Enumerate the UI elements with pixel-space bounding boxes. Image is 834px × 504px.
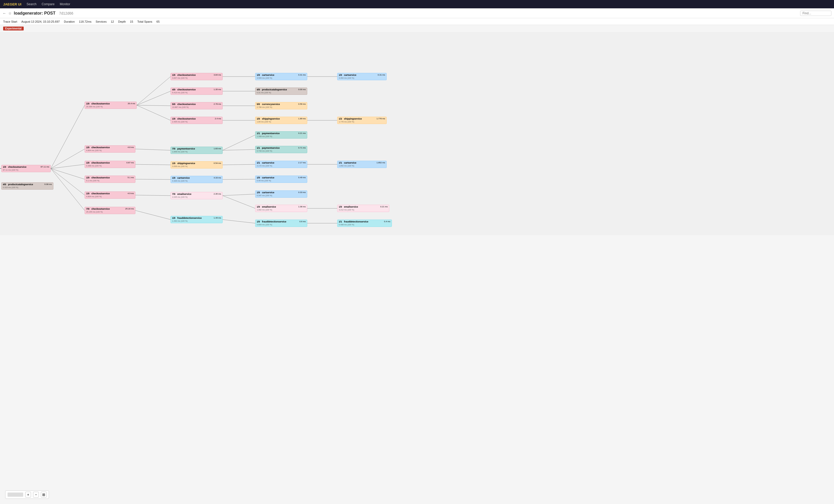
span-node[interactable]: 1/0 frauddetectionservice 1.49 ms orders… xyxy=(171,216,223,223)
span-time: 0.33 ms xyxy=(299,191,306,194)
span-node[interactable]: 1/0 checkoutservice 2.4 ms oteldemo.Ship… xyxy=(171,117,223,124)
span-node[interactable]: 1/1 frauddetectionservice 0.4 ms flagEva… xyxy=(337,220,392,227)
span-time: 25.16 ms xyxy=(125,207,134,211)
span-time: 2.35 ms xyxy=(214,193,221,196)
span-service-name: 1/0 emailservice xyxy=(339,205,358,209)
span-time: 2.4 ms xyxy=(215,117,221,120)
span-time: 0.56 ms xyxy=(299,103,306,106)
span-node[interactable]: 5/0 currencyservice 0.56 ms CurrencyServ… xyxy=(255,102,307,109)
span-node[interactable]: 1/0 emailservice 0.21 ms oteldemo.render… xyxy=(337,205,389,212)
span-node[interactable]: 1/1 cartservice 1.852 ms POST 1.852 ms (… xyxy=(337,161,387,168)
span-node[interactable]: 1/0 shippingservice 1.89 ms oteldemo.Shi… xyxy=(255,117,307,124)
svg-line-1 xyxy=(51,105,85,169)
depth-label: Depth xyxy=(118,20,126,23)
span-time: 3.84 ms xyxy=(214,74,221,77)
span-node[interactable]: 1/1 paymentservice 0.21 ms grpcdemo.Paym… xyxy=(255,131,307,138)
svg-line-11 xyxy=(135,149,171,150)
span-time: 87.11 ms xyxy=(41,166,49,169)
span-node[interactable]: 1/0 checkoutservice 0.67 ms oteldemo.Shi… xyxy=(85,161,135,168)
svg-line-2 xyxy=(51,149,85,169)
span-node[interactable]: 1/0 shippingservice 0.54 ms oteldemo.Shi… xyxy=(171,161,223,169)
span-pct: 1.062 ms (100 %) xyxy=(257,209,306,211)
span-node[interactable]: 1/0 cartservice 4.33 ms POST /oteldemo.C… xyxy=(171,176,223,183)
span-node[interactable]: 1/0 checkoutservice 4.8 ms oteldemo.Chec… xyxy=(85,145,135,153)
span-pct: 1.89 ms (100 %) xyxy=(257,120,306,123)
span-time: 0.08 ms xyxy=(45,183,52,186)
svg-line-23 xyxy=(223,179,255,179)
span-pct: 87.11 ms (100 %) xyxy=(3,169,49,171)
span-node[interactable]: 1/0 checkoutservice 4.9 ms HTTP POST 4.8… xyxy=(85,192,135,199)
span-pct: 3.509 ms (100 %) xyxy=(257,77,306,80)
span-service-name: 4/0 checkoutservice xyxy=(172,88,196,91)
span-node[interactable]: 1/2 shippingservice 1.776 ms POST 1.776 … xyxy=(337,117,387,124)
span-time: 0.71 ms xyxy=(299,147,306,150)
span-service-name: 1/0 checkoutservice xyxy=(86,176,110,179)
span-node[interactable]: 1/0 cartservice 0.31 ms POST /oteldemo.C… xyxy=(255,73,307,80)
svg-line-25 xyxy=(223,196,255,209)
span-node[interactable]: 1/0 checkoutservice 87.11 ms oteldemo.Ch… xyxy=(1,165,51,172)
span-time: 4.9 ms xyxy=(128,192,134,195)
span-node[interactable]: 1/0 cartservice 0.49 ms HOST 0.49 ms (10… xyxy=(255,176,307,183)
span-node[interactable]: 1/0 emailservice 1.08 ms send_email 1.06… xyxy=(255,205,307,212)
span-node[interactable]: 4/0 productcatalogservice 0.08 ms otelde… xyxy=(1,182,53,190)
span-pct: 1.492 ms (100 %) xyxy=(172,220,221,222)
sub-header: ← ☆ loadgenerator: POST 7d12d66 xyxy=(0,8,834,18)
span-service-name: 1/0 emailservice xyxy=(257,205,276,209)
span-service-name: 7/0 emailservice xyxy=(172,193,191,196)
find-input[interactable] xyxy=(800,11,831,16)
svg-line-26 xyxy=(223,220,255,223)
back-button[interactable]: ← xyxy=(3,11,6,15)
span-time: 0.21 ms xyxy=(380,205,388,209)
span-pct: 0.604 ms (100 %) xyxy=(257,223,306,226)
span-pct: 3.212 ms (100 %) xyxy=(339,209,388,211)
span-node[interactable]: 1/1 paymentservice 0.71 ms grpc.Evaluati… xyxy=(255,146,307,153)
span-time: 0.67 ms xyxy=(127,161,134,165)
span-node[interactable]: 4/0 productcatalogservice 0.00 ms otelde… xyxy=(255,88,307,95)
svg-line-8 xyxy=(137,91,171,105)
nav-compare[interactable]: Compare xyxy=(42,2,54,6)
span-node[interactable]: 1/0 checkoutservice 3.84 ms oteldemo.Car… xyxy=(171,73,223,80)
span-time: 0.00 ms xyxy=(299,88,306,91)
span-pct: 0.733 ms (100 %) xyxy=(257,150,306,152)
span-time: 2.78 ms xyxy=(214,103,221,106)
span-service-name: 1/0 shippingservice xyxy=(172,162,195,165)
trace-meta: Trace Start August 13 2024, 15:10:25.697… xyxy=(0,18,834,25)
span-time: 20.4 ms xyxy=(128,102,135,106)
trace-canvas: 1/0 checkoutservice 87.11 ms oteldemo.Ch… xyxy=(0,32,834,235)
span-node[interactable]: 1/1 cartservice 2.17 ms grpc.Evaluation.… xyxy=(255,161,307,168)
span-node[interactable]: 7/0 checkoutservice 25.16 ms orders.publ… xyxy=(85,207,135,214)
trace-start-value: August 13 2024, 15:10:25.697 xyxy=(21,20,60,23)
span-node[interactable]: 7/0 paymentservice 1.83 ms grpcdemo.Paym… xyxy=(171,147,223,154)
svg-line-5 xyxy=(51,169,85,195)
svg-line-24 xyxy=(223,194,255,196)
nav-search[interactable]: Search xyxy=(26,2,37,6)
span-time: 0.6 ms xyxy=(300,220,306,223)
span-node[interactable]: 5/0 checkoutservice 2.78 ms oteldemo.Cur… xyxy=(171,102,223,109)
span-node[interactable]: 1/0 checkoutservice 20.4 ms prepareOrder… xyxy=(85,102,137,109)
span-service-name: 1/0 cartservice xyxy=(257,191,275,194)
span-service-name: 1/1 paymentservice xyxy=(257,132,280,135)
span-time: 0.4 ms xyxy=(384,220,390,223)
span-node[interactable]: 1/0 cartservice 0.33 ms [EXPIRE] 0.347 m… xyxy=(255,191,307,198)
span-service-name: 1/2 shippingservice xyxy=(339,117,362,120)
span-time: 0.31 ms xyxy=(378,74,385,77)
star-button[interactable]: ☆ xyxy=(8,11,12,15)
span-service-name: 1/0 frauddetectionservice xyxy=(172,217,202,220)
span-pct: 1.852 ms (100 %) xyxy=(339,165,385,167)
duration-label: Duration xyxy=(64,20,75,23)
span-node[interactable]: 7/0 emailservice 2.35 ms POST /send_orde… xyxy=(171,192,223,199)
span-node[interactable]: 1/0 frauddetectionservice 0.6 ms oteldem… xyxy=(255,220,307,227)
span-node[interactable]: 4/0 checkoutservice 1.35 ms oteldemo.Pro… xyxy=(171,88,223,95)
nav-monitor[interactable]: Monitor xyxy=(60,2,70,6)
span-time: 1.776 ms xyxy=(376,117,385,120)
span-node[interactable]: 1/0 cartservice 0.31 ms HOST 3.394 ms (1… xyxy=(337,73,387,80)
svg-line-10 xyxy=(137,105,171,120)
span-service-name: 7/0 checkoutservice xyxy=(86,207,110,211)
span-service-name: 1/1 cartservice xyxy=(339,161,356,165)
span-pct: 20.396 ms (100 %) xyxy=(86,106,135,108)
span-pct: 1.776 ms (100 %) xyxy=(339,120,385,123)
span-pct: 0.31 ms (100 %) xyxy=(257,91,306,94)
svg-line-15 xyxy=(135,211,171,220)
span-node[interactable]: 1/0 checkoutservice 5.1 ms oteldemo.Cart… xyxy=(85,176,135,183)
trace-arrows xyxy=(0,32,834,235)
